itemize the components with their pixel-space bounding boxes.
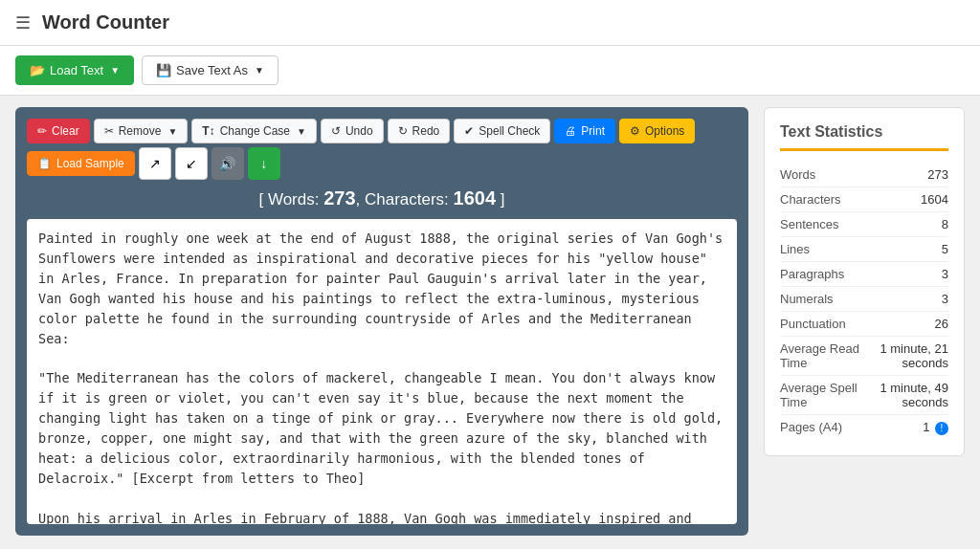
stats-row: Characters1604 bbox=[780, 187, 948, 212]
speaker-icon: 🔊 bbox=[219, 156, 235, 171]
stats-row: Pages (A4)1 ! bbox=[780, 415, 948, 440]
stats-rows: Words273Characters1604Sentences8Lines5Pa… bbox=[780, 163, 948, 440]
stats-row-label: Pages (A4) bbox=[780, 420, 842, 434]
save-dropdown-arrow: ▼ bbox=[255, 65, 264, 76]
load-icon: 📂 bbox=[30, 63, 45, 77]
stats-row: Average Spell Time1 minute, 49 seconds bbox=[780, 376, 948, 415]
stats-row-value: 26 bbox=[935, 317, 948, 331]
app-title: Word Counter bbox=[42, 11, 169, 33]
loadsample-icon: 📋 bbox=[37, 157, 52, 170]
load-save-toolbar: 📂 Load Text ▼ 💾 Save Text As ▼ bbox=[0, 46, 980, 96]
options-button[interactable]: ⚙ Options bbox=[619, 119, 695, 143]
stats-row: Sentences8 bbox=[780, 212, 948, 237]
load-dropdown-arrow: ▼ bbox=[110, 65, 120, 76]
stats-row-value: 1604 bbox=[921, 192, 948, 207]
word-count-words: 273 bbox=[323, 187, 355, 209]
stats-row-label: Lines bbox=[780, 242, 810, 256]
stats-row-value: 273 bbox=[927, 167, 948, 182]
editor-textarea[interactable] bbox=[27, 219, 737, 524]
hamburger-icon[interactable]: ☰ bbox=[15, 12, 31, 33]
shrink-icon: ↙ bbox=[186, 156, 197, 171]
stats-row-value: 8 bbox=[942, 217, 948, 231]
stats-card: Text Statistics Words273Characters1604Se… bbox=[764, 107, 965, 456]
save-icon: 💾 bbox=[156, 63, 171, 77]
undo-button[interactable]: ↺ Undo bbox=[321, 119, 384, 143]
changecase-dropdown-arrow: ▼ bbox=[297, 126, 306, 137]
save-text-button[interactable]: 💾 Save Text As ▼ bbox=[142, 55, 278, 85]
editor-toolbar: ✏ Clear ✂ Remove ▼ T↕ Change Case ▼ ↺ Un… bbox=[27, 119, 737, 180]
stats-row-value: 3 bbox=[942, 292, 948, 306]
word-count-prefix: [ Words: bbox=[258, 190, 323, 209]
info-badge: ! bbox=[935, 422, 948, 435]
stats-row: Punctuation26 bbox=[780, 312, 948, 337]
chars-label: , Characters: bbox=[356, 190, 454, 209]
word-count-display: [ Words: 273, Characters: 1604 ] bbox=[27, 187, 737, 209]
undo-icon: ↺ bbox=[331, 124, 341, 138]
scroll-down-button[interactable]: ↓ bbox=[248, 147, 280, 180]
load-sample-button[interactable]: 📋 Load Sample bbox=[27, 151, 135, 176]
down-arrow-icon: ↓ bbox=[260, 156, 267, 171]
stats-row: Lines5 bbox=[780, 237, 948, 262]
word-count-chars: 1604 bbox=[454, 187, 497, 209]
stats-row: Average Read Time1 minute, 21 seconds bbox=[780, 337, 948, 376]
expand-icon: ↗ bbox=[149, 156, 161, 171]
stats-row: Paragraphs3 bbox=[780, 262, 948, 287]
remove-button[interactable]: ✂ Remove ▼ bbox=[94, 119, 189, 143]
options-icon: ⚙ bbox=[630, 124, 640, 138]
stats-row-label: Sentences bbox=[780, 217, 838, 231]
stats-row-value: 3 bbox=[942, 267, 948, 281]
clear-button[interactable]: ✏ Clear bbox=[27, 119, 90, 143]
stats-row-label: Paragraphs bbox=[780, 267, 844, 281]
stats-row-label: Numerals bbox=[780, 292, 834, 306]
load-text-button[interactable]: 📂 Load Text ▼ bbox=[15, 55, 134, 85]
remove-dropdown-arrow: ▼ bbox=[167, 126, 177, 137]
print-icon: 🖨 bbox=[565, 124, 576, 138]
stats-row-label: Words bbox=[780, 167, 815, 182]
shrink-button[interactable]: ↙ bbox=[175, 147, 208, 180]
change-case-button[interactable]: T↕ Change Case ▼ bbox=[191, 119, 317, 143]
spellcheck-icon: ✔ bbox=[464, 124, 474, 138]
spell-check-button[interactable]: ✔ Spell Check bbox=[454, 119, 550, 143]
stats-row-label: Average Read Time bbox=[780, 341, 861, 370]
top-bar: ☰ Word Counter bbox=[0, 0, 980, 46]
stats-row-label: Punctuation bbox=[780, 317, 846, 331]
stats-title: Text Statistics bbox=[780, 123, 948, 151]
stats-row-label: Characters bbox=[780, 192, 841, 207]
stats-panel: Text Statistics Words273Characters1604Se… bbox=[764, 107, 965, 536]
redo-button[interactable]: ↻ Redo bbox=[388, 119, 451, 143]
stats-row-value: 1 ! bbox=[923, 420, 948, 435]
speaker-button[interactable]: 🔊 bbox=[212, 147, 244, 180]
changecase-icon: T↕ bbox=[202, 124, 214, 138]
stats-row: Numerals3 bbox=[780, 287, 948, 312]
scissors-icon: ✂ bbox=[104, 124, 114, 138]
stats-row-value: 5 bbox=[942, 242, 948, 256]
stats-row-value: 1 minute, 49 seconds bbox=[860, 381, 948, 409]
expand-button[interactable]: ↗ bbox=[139, 147, 171, 180]
stats-row: Words273 bbox=[780, 163, 948, 187]
print-button[interactable]: 🖨 Print bbox=[554, 119, 615, 143]
word-count-suffix: ] bbox=[496, 190, 504, 209]
stats-row-label: Average Spell Time bbox=[780, 381, 860, 409]
editor-panel: ✏ Clear ✂ Remove ▼ T↕ Change Case ▼ ↺ Un… bbox=[15, 107, 748, 536]
stats-row-value: 1 minute, 21 seconds bbox=[861, 341, 948, 370]
pencil-icon: ✏ bbox=[37, 124, 47, 138]
main-layout: ✏ Clear ✂ Remove ▼ T↕ Change Case ▼ ↺ Un… bbox=[0, 96, 980, 547]
redo-icon: ↻ bbox=[398, 124, 408, 138]
